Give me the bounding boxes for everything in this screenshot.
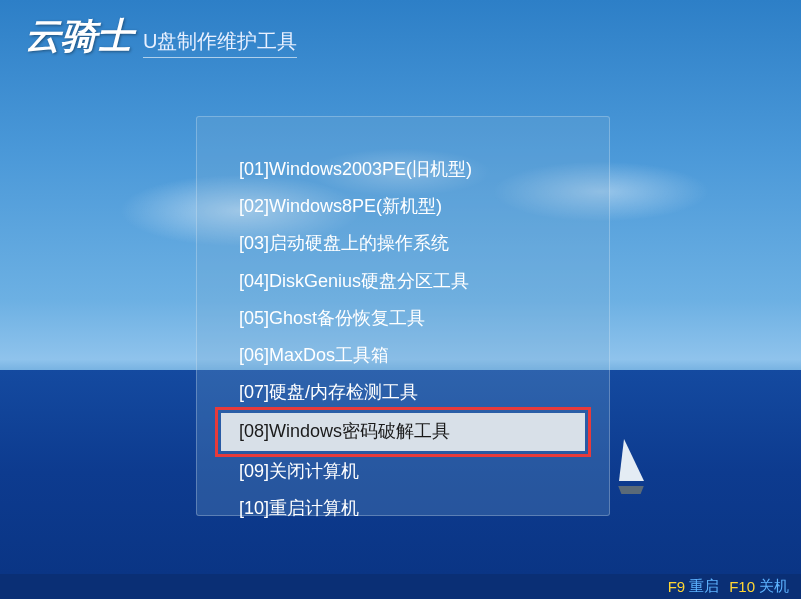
- menu-item-09[interactable]: [09]关闭计算机: [197, 453, 609, 490]
- hotkey-f9: F9: [668, 578, 686, 595]
- hotkey-f10: F10: [729, 578, 755, 595]
- menu-item-02[interactable]: [02]Windows8PE(新机型): [197, 188, 609, 225]
- footer-hotkeys: F9 重启 F10 关机: [0, 574, 801, 599]
- menu-item-01[interactable]: [01]Windows2003PE(旧机型): [197, 151, 609, 188]
- header: 云骑士 U盘制作维护工具: [25, 12, 297, 61]
- hotkey-f10-action: 关机: [759, 577, 789, 596]
- boot-menu: [01]Windows2003PE(旧机型) [02]Windows8PE(新机…: [196, 116, 610, 516]
- menu-item-07[interactable]: [07]硬盘/内存检测工具: [197, 374, 609, 411]
- hotkey-f9-action: 重启: [689, 577, 719, 596]
- menu-item-05[interactable]: [05]Ghost备份恢复工具: [197, 300, 609, 337]
- subtitle-text: U盘制作维护工具: [143, 28, 297, 58]
- menu-item-08[interactable]: [08]Windows密码破解工具: [221, 413, 585, 450]
- menu-item-03[interactable]: [03]启动硬盘上的操作系统: [197, 225, 609, 262]
- menu-item-04[interactable]: [04]DiskGenius硬盘分区工具: [197, 263, 609, 300]
- menu-item-06[interactable]: [06]MaxDos工具箱: [197, 337, 609, 374]
- logo-text: 云骑士: [25, 12, 133, 61]
- menu-item-10[interactable]: [10]重启计算机: [197, 490, 609, 527]
